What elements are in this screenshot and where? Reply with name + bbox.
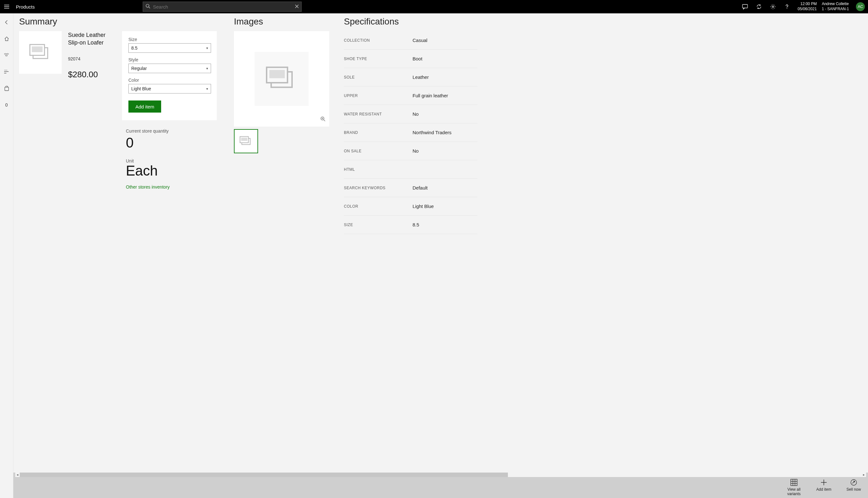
style-value: Regular <box>131 66 147 71</box>
product-price: $280.00 <box>68 70 116 79</box>
color-label: Color <box>128 78 211 83</box>
clock-block: 12:00 PM 05/06/2021 <box>794 2 820 11</box>
view-all-variants-button[interactable]: View all variants <box>784 479 804 496</box>
spec-value: Leather <box>412 75 429 80</box>
gear-icon[interactable] <box>766 0 780 13</box>
style-select[interactable]: Regular ▾ <box>128 64 211 73</box>
svg-rect-11 <box>269 70 285 78</box>
search-box[interactable] <box>143 2 302 12</box>
spec-value: No <box>412 111 419 117</box>
spec-row: BRANDNorthwind Traders <box>344 123 477 142</box>
product-title: Suede Leather Slip-on Loafer <box>68 31 116 47</box>
svg-point-3 <box>772 6 774 8</box>
sidebar-badge[interactable]: 0 <box>0 101 13 109</box>
bottom-add-item-button[interactable]: Add item <box>813 479 834 496</box>
images-heading: Images <box>234 16 333 27</box>
svg-point-4 <box>787 8 787 9</box>
search-input[interactable] <box>153 4 295 10</box>
chevron-down-icon: ▾ <box>206 87 208 91</box>
horizontal-scrollbar[interactable]: ◄ ► <box>15 473 866 477</box>
images-panel: Images <box>234 16 333 473</box>
color-select[interactable]: Light Blue ▾ <box>128 84 211 93</box>
topbar: Products 12:00 PM 05/06/2021 Andrew Coll… <box>0 0 868 13</box>
spec-key: SHOE TYPE <box>344 56 412 61</box>
spec-value: No <box>412 148 419 154</box>
spec-key: COLOR <box>344 204 412 209</box>
spec-value: Casual <box>412 38 428 43</box>
list-icon[interactable] <box>0 67 13 76</box>
sell-now-button[interactable]: Sell now <box>843 479 864 496</box>
summary-panel: Summary Suede Leather Slip-on Loafer 920… <box>19 16 222 473</box>
app-title: Products <box>13 4 35 10</box>
svg-rect-8 <box>32 47 43 52</box>
svg-rect-18 <box>241 138 247 141</box>
sell-now-label: Sell now <box>846 487 861 492</box>
scrollbar-thumb[interactable] <box>20 473 508 477</box>
spec-value: Northwind Traders <box>412 130 452 135</box>
svg-line-1 <box>149 7 150 8</box>
spec-key: SEARCH KEYWORDS <box>344 186 412 190</box>
spec-row: COLLECTIONCasual <box>344 31 477 50</box>
boxes-icon[interactable] <box>0 51 13 60</box>
help-icon[interactable] <box>780 0 794 13</box>
spec-row: WATER RESISTANTNo <box>344 105 477 123</box>
spec-row: SEARCH KEYWORDSDefault <box>344 179 477 197</box>
topbar-right: 12:00 PM 05/06/2021 Andrew Collette 1 - … <box>738 0 868 13</box>
refresh-icon[interactable] <box>752 0 766 13</box>
other-stores-link[interactable]: Other stores inventory <box>126 184 222 189</box>
view-all-variants-label: View all variants <box>784 487 804 496</box>
date-text: 05/06/2021 <box>798 7 817 12</box>
spec-row: UPPERFull grain leather <box>344 87 477 105</box>
svg-rect-2 <box>743 4 748 8</box>
scroll-right-icon[interactable]: ► <box>862 473 866 476</box>
hamburger-menu-icon[interactable] <box>0 0 13 13</box>
spec-row: SIZE8.5 <box>344 215 477 234</box>
spec-value: Boot <box>412 56 422 61</box>
store-name: 1 - SANFRAN-1 <box>822 7 849 12</box>
spec-row: SOLELeather <box>344 68 477 87</box>
chevron-down-icon: ▾ <box>206 66 208 70</box>
chat-icon[interactable] <box>738 0 752 13</box>
spec-key: ON SALE <box>344 149 412 153</box>
unit-value: Each <box>126 163 222 179</box>
spec-key: WATER RESISTANT <box>344 112 412 116</box>
image-thumb-1[interactable] <box>234 129 258 153</box>
spec-key: SIZE <box>344 223 412 227</box>
spec-row: HTML <box>344 160 477 179</box>
svg-rect-5 <box>5 87 9 91</box>
spec-key: SOLE <box>344 75 412 79</box>
close-icon[interactable] <box>295 4 299 9</box>
time-text: 12:00 PM <box>800 2 816 7</box>
style-label: Style <box>128 57 211 62</box>
scroll-left-icon[interactable]: ◄ <box>15 473 20 476</box>
bag-icon[interactable] <box>0 84 13 93</box>
product-thumbnail <box>19 31 62 74</box>
chevron-down-icon: ▾ <box>206 46 208 50</box>
user-name: Andrew Collette <box>822 2 849 7</box>
size-value: 8.5 <box>131 45 137 51</box>
image-main <box>234 31 329 127</box>
color-value: Light Blue <box>131 86 151 91</box>
sidebar: 0 <box>0 13 13 498</box>
summary-info: Suede Leather Slip-on Loafer 92074 $280.… <box>68 31 116 120</box>
spec-value: Light Blue <box>412 204 434 209</box>
size-select[interactable]: 8.5 ▾ <box>128 43 211 53</box>
home-icon[interactable] <box>0 34 13 43</box>
svg-point-0 <box>146 4 149 7</box>
variant-card: Size 8.5 ▾ Style Regular ▾ Color Light <box>122 31 217 120</box>
product-id: 92074 <box>68 56 116 61</box>
qty-label: Current store quantity <box>126 129 222 133</box>
svg-rect-19 <box>791 479 797 486</box>
specs-panel: Specifications COLLECTIONCasualSHOE TYPE… <box>344 16 477 473</box>
sidebar-badge-text: 0 <box>5 102 8 107</box>
back-icon[interactable] <box>0 18 13 27</box>
add-item-button[interactable]: Add item <box>128 101 161 113</box>
avatar-initials: AC <box>858 4 863 9</box>
spec-row: COLORLight Blue <box>344 197 477 215</box>
spec-key: UPPER <box>344 93 412 98</box>
summary-heading: Summary <box>19 16 222 27</box>
bottom-add-item-label: Add item <box>816 487 831 492</box>
avatar[interactable]: AC <box>856 2 865 11</box>
zoom-icon[interactable] <box>321 116 325 123</box>
specs-heading: Specifications <box>344 16 477 27</box>
